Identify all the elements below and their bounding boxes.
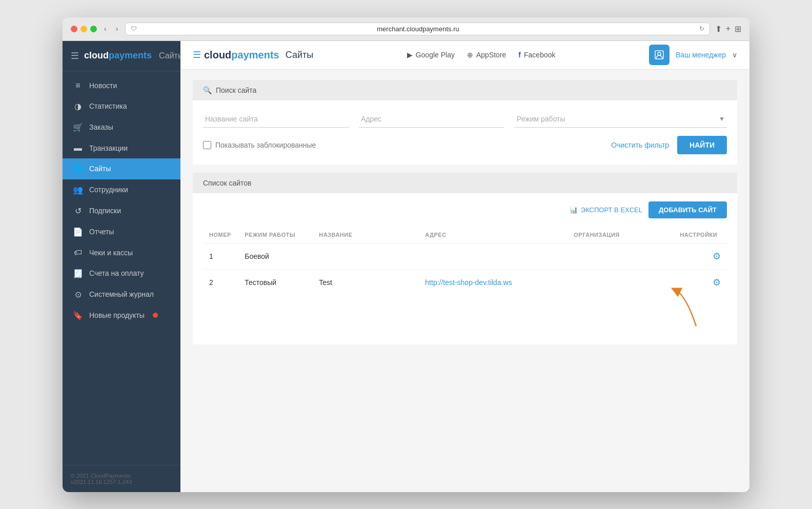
sidebar-item-label: Заказы	[89, 123, 113, 131]
sidebar-item-label: Новые продукты	[89, 311, 145, 319]
google-play-icon: ▶	[407, 51, 413, 59]
brand-page-title: Сайты	[286, 50, 313, 60]
sidebar-item-subscriptions[interactable]: ↺ Подписки	[63, 200, 180, 221]
forward-button[interactable]: ›	[114, 24, 120, 34]
search-section-title: Поиск сайта	[216, 86, 256, 94]
url-text: merchant.cloudpayments.ru	[140, 25, 696, 33]
chevron-down-icon: ∨	[732, 51, 737, 59]
sidebar-item-news[interactable]: ≡ Новости	[63, 75, 180, 96]
sidebar-item-invoices[interactable]: 🧾 Счета на оплату	[63, 263, 180, 284]
row2-mode: Тестовый	[238, 269, 313, 295]
syslog-icon: ⊙	[73, 290, 83, 299]
sidebar-item-label: Новости	[89, 82, 117, 90]
row1-number: 1	[203, 243, 238, 269]
settings-gear-icon-1[interactable]: ⚙	[713, 251, 721, 261]
col-name: НАЗВАНИЕ	[313, 227, 419, 243]
checks-icon: 🏷	[73, 248, 83, 257]
sidebar-item-label: Сайты	[89, 165, 111, 173]
add-tab-icon[interactable]: +	[726, 24, 730, 34]
news-icon: ≡	[73, 81, 83, 90]
brand-cloud: cloud	[204, 49, 231, 60]
row1-mode: Боевой	[238, 243, 313, 269]
search-inputs-row: Режим работы ▼	[203, 111, 727, 128]
sidebar-item-stats[interactable]: ◑ Статистика	[63, 96, 180, 117]
top-nav-right[interactable]: Ваш менеджер ∨	[649, 45, 737, 65]
show-blocked-label: Показывать заблокированные	[215, 141, 316, 149]
sidebar-item-label: Отчеты	[89, 228, 114, 236]
footer-copyright: © 2021 CloudPayments	[71, 473, 172, 479]
address-bar[interactable]: 🛡 merchant.cloudpayments.ru ↻	[125, 23, 709, 35]
sidebar-item-transactions[interactable]: ▬ Транзакции	[63, 138, 180, 158]
maximize-button[interactable]	[90, 26, 97, 32]
sidebar-hamburger-icon[interactable]: ☰	[71, 50, 79, 62]
google-play-link[interactable]: ▶ Google Play	[407, 51, 455, 59]
settings-gear-icon-2[interactable]: ⚙	[713, 277, 721, 288]
sidebar-item-label: Счета на оплату	[89, 269, 144, 277]
table-header: НОМЕР РЕЖИМ РАБОТЫ НАЗВАНИЕ АДРЕС ОРГАНИ…	[203, 227, 727, 243]
search-form: Режим работы ▼ Показывать заблокированны…	[193, 100, 737, 165]
export-excel-button[interactable]: 📊 ЭКСПОРТ В EXCEL	[570, 201, 642, 218]
manager-name: Ваш менеджер	[676, 51, 726, 59]
sidebar-item-label: Сотрудники	[89, 186, 128, 194]
col-settings: НАСТРОЙКИ	[674, 227, 727, 243]
browser-window: ‹ › 🛡 merchant.cloudpayments.ru ↻ ⬆ + ⊞ …	[63, 17, 749, 492]
appstore-icon: ⊕	[467, 51, 473, 59]
close-button[interactable]	[71, 26, 77, 32]
sidebar-item-newproducts[interactable]: 🔖 Новые продукты	[63, 305, 180, 326]
facebook-link[interactable]: f Facebook	[518, 51, 555, 59]
table-row: 1 Боевой ⚙	[203, 243, 727, 269]
sidebar-item-syslog[interactable]: ⊙ Системный журнал	[63, 284, 180, 305]
add-site-button[interactable]: ДОБАВИТЬ САЙТ	[648, 201, 727, 218]
sites-content: 📊 ЭКСПОРТ В EXCEL ДОБАВИТЬ САЙТ НОМЕР РЕ…	[193, 193, 737, 344]
svg-point-1	[658, 52, 661, 55]
search-header-icon: 🔍	[203, 86, 212, 94]
main-content: ☰ cloudpayments Сайты ▶ Google Play ⊕ Ap…	[180, 41, 749, 492]
extensions-icon[interactable]: ⊞	[735, 24, 741, 34]
share-icon[interactable]: ⬆	[715, 24, 722, 34]
row1-name	[313, 243, 419, 269]
hamburger-icon[interactable]: ☰	[193, 49, 201, 60]
row2-address-link[interactable]: http://test-shop-dev.tilda.ws	[425, 278, 512, 287]
footer-version: v2021.11.16.1257-1.243	[71, 479, 172, 485]
row2-number: 2	[203, 269, 238, 295]
sites-section-header: Список сайтов	[193, 173, 737, 193]
browser-chrome: ‹ › 🛡 merchant.cloudpayments.ru ↻ ⬆ + ⊞	[63, 17, 749, 41]
col-address: АДРЕС	[419, 227, 567, 243]
search-section: 🔍 Поиск сайта Режим работы ▼	[193, 80, 737, 165]
sidebar-item-reports[interactable]: 📄 Отчеты	[63, 221, 180, 242]
sidebar-item-orders[interactable]: 🛒 Заказы	[63, 117, 180, 138]
orders-icon: 🛒	[73, 123, 83, 132]
find-button[interactable]: НАЙТИ	[677, 136, 727, 154]
row2-settings: ⚙	[674, 269, 727, 295]
subscriptions-icon: ↺	[73, 206, 83, 216]
col-mode: РЕЖИМ РАБОТЫ	[238, 227, 313, 243]
row2-organization	[567, 269, 674, 295]
site-name-input[interactable]	[203, 111, 349, 128]
site-address-input[interactable]	[359, 111, 504, 128]
staff-icon: 👥	[73, 185, 83, 195]
reports-icon: 📄	[73, 227, 83, 237]
back-button[interactable]: ‹	[102, 24, 109, 34]
stats-icon: ◑	[73, 101, 83, 111]
sidebar-item-sites[interactable]: 🌐 Сайты	[63, 158, 180, 179]
table-body: 1 Боевой ⚙ 2	[203, 243, 727, 295]
excel-icon: 📊	[570, 206, 578, 214]
table-row: 2 Тестовый Test http://test-shop-dev.til…	[203, 269, 727, 295]
sites-section-title: Список сайтов	[203, 179, 252, 187]
sidebar-header: ☰ cloudpayments Сайты	[63, 41, 180, 71]
reload-icon[interactable]: ↻	[699, 25, 704, 32]
sidebar-item-staff[interactable]: 👥 Сотрудники	[63, 179, 180, 200]
show-blocked-checkbox[interactable]	[203, 141, 211, 149]
search-section-header: 🔍 Поиск сайта	[193, 80, 737, 100]
search-actions: Очистить фильтр НАЙТИ	[611, 136, 727, 154]
clear-filter-button[interactable]: Очистить фильтр	[611, 141, 669, 149]
appstore-link[interactable]: ⊕ AppStore	[467, 51, 506, 59]
sidebar-item-label: Статистика	[89, 102, 127, 110]
logo: cloudpayments	[84, 50, 152, 61]
sidebar: ☰ cloudpayments Сайты ≡ Новости ◑ Статис…	[63, 41, 180, 492]
sidebar-item-checks[interactable]: 🏷 Чеки и кассы	[63, 242, 180, 263]
arrow-annotation	[203, 295, 727, 336]
logo-cloud: cloud	[84, 50, 109, 60]
mode-select[interactable]: Режим работы	[515, 111, 727, 127]
minimize-button[interactable]	[80, 26, 87, 32]
